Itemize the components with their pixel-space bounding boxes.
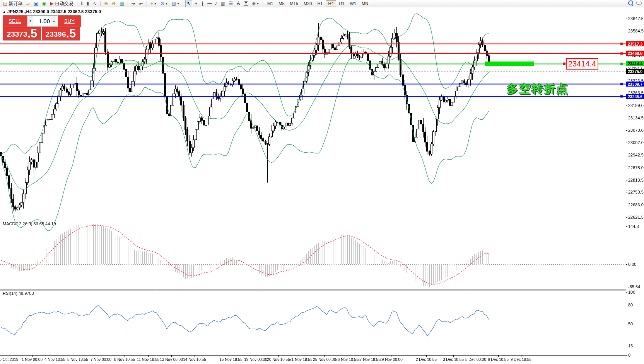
- vertical-line-icon: ∣: [201, 0, 203, 7]
- autotrading-icon: ▶: [50, 0, 53, 7]
- text-label-icon: T: [244, 1, 248, 6]
- price-callout-label[interactable]: 23414.4: [566, 58, 598, 70]
- candlestick-chart-icon: ▮: [87, 0, 89, 7]
- crosshair-button[interactable]: +: [193, 0, 199, 7]
- indicators-icon: +: [150, 0, 153, 7]
- buy-price[interactable]: 23396.5: [42, 27, 80, 40]
- timeframe-button-h1[interactable]: H1: [315, 0, 325, 7]
- auto-scroll-icon: ⇥: [132, 0, 135, 7]
- templates-button[interactable]: ▧▼: [170, 0, 181, 7]
- rsi-axis-tick: 0: [628, 353, 630, 357]
- time-axis-label: 19 Nov 00:00: [244, 357, 267, 362]
- chart-shift-button[interactable]: ⇤: [138, 0, 145, 7]
- timeframe-button-mn[interactable]: MN: [359, 0, 371, 7]
- vertical-line-button[interactable]: ∣: [200, 0, 205, 7]
- volume-input[interactable]: [33, 16, 51, 26]
- timeframe-button-w1[interactable]: W1: [348, 0, 359, 7]
- price-axis-tick: 22750.5: [628, 190, 644, 194]
- time-axis-label: 29 Nov 00:00: [379, 357, 403, 362]
- bar-chart-icon: ‖: [81, 0, 83, 7]
- text-icon: A: [237, 0, 240, 7]
- toolbar-separator: [128, 1, 128, 6]
- timeframe-button-m1[interactable]: M1: [265, 0, 275, 7]
- sell-button[interactable]: SELL: [3, 15, 27, 27]
- toolbar-right-icons: [628, 0, 642, 5]
- templates-icon: ▧: [172, 0, 176, 7]
- tile-windows-button[interactable]: ▦: [118, 0, 125, 7]
- time-axis-label: 20 Nov 10:55: [267, 357, 290, 362]
- new-order-button-label: 新订单: [9, 0, 22, 7]
- templates-button-dropdown-caret[interactable]: ▼: [177, 2, 179, 5]
- timeframe-button-h4[interactable]: H4: [326, 0, 336, 7]
- time-axis-label: 21 Nov 18:55: [289, 357, 313, 362]
- time-axis-label: 13 Nov 00:00: [160, 357, 183, 362]
- chart-history-button[interactable]: ▱: [25, 0, 31, 7]
- trade-panel-top-row: SELL ▼ ▲ BUY: [3, 15, 80, 27]
- arrows-button-dropdown-caret[interactable]: ▼: [256, 2, 259, 5]
- arrows-icon: ◈: [252, 0, 256, 7]
- tile-windows-icon: ▦: [120, 0, 124, 7]
- horizontal-line-button[interactable]: —: [206, 0, 214, 7]
- trendline-button[interactable]: ∕: [214, 0, 218, 7]
- periods-icon: ⊙: [161, 0, 164, 7]
- price-axis-badge: 23414.4: [626, 61, 644, 66]
- fibonacci-icon: ☰: [229, 0, 233, 7]
- text-button[interactable]: A: [235, 0, 241, 7]
- toolbar-separator: [263, 1, 263, 6]
- zoom-in-button[interactable]: ⊕: [102, 0, 109, 7]
- time-axis-label: 27 Nov 18:55: [357, 357, 381, 362]
- time-axis-label: 8 Nov 10:55: [114, 357, 135, 362]
- price-axis-tick: 23070.0: [628, 128, 644, 133]
- market-watch-button[interactable]: ▣: [32, 0, 40, 7]
- price-axis-tick: 22942.5: [628, 153, 644, 157]
- arrows-button[interactable]: ◈▼: [251, 0, 261, 7]
- line-chart-button[interactable]: ∿: [91, 0, 98, 7]
- indicators-button-dropdown-caret[interactable]: ▼: [154, 2, 157, 5]
- timeframe-button-m30[interactable]: M30: [301, 0, 314, 7]
- candlestick-chart-button[interactable]: ▮: [85, 0, 91, 7]
- zoom-in-icon: ⊕: [104, 0, 108, 7]
- collapse-triangle-icon[interactable]: ▲: [3, 10, 6, 14]
- signals-icon: ◉: [42, 0, 46, 7]
- time-axis-label: 2 Dec 10:55: [416, 357, 437, 362]
- timeframe-button-m15[interactable]: M15: [288, 0, 301, 7]
- rsi-indicator-label: RSI(14) 49.9783: [3, 291, 34, 296]
- time-axis-label: 3 Dec 18:55: [443, 357, 464, 362]
- rsi-axis-tick: 100: [628, 290, 635, 294]
- new-order-button[interactable]: ▤新订单: [2, 0, 24, 7]
- price-axis-badge: 23375.0: [626, 69, 644, 74]
- fibonacci-button[interactable]: ☰: [227, 0, 235, 7]
- buy-price-frac: .5: [66, 28, 76, 39]
- time-axis-label: 5 Nov 18:55: [67, 357, 88, 362]
- time-axis-label: 26 Nov 10:55: [335, 357, 359, 362]
- search-icon[interactable]: [628, 0, 633, 5]
- price-axis-tick: 23199.0: [628, 103, 644, 108]
- zoom-out-button[interactable]: ⊖: [110, 0, 117, 7]
- sell-price-main: 23373: [7, 29, 27, 39]
- volume-decrease-button[interactable]: ▼: [27, 16, 33, 26]
- time-axis-label: 14 Nov 10:55: [183, 357, 206, 362]
- periods-button-dropdown-caret[interactable]: ▼: [165, 2, 168, 5]
- autotrading-button-label: 自动交易: [55, 0, 73, 7]
- equidistant-channel-button[interactable]: ▨: [219, 0, 226, 7]
- sell-price[interactable]: 23373.5: [3, 27, 41, 40]
- volume-increase-button[interactable]: ▲: [51, 16, 57, 26]
- price-chart-canvas[interactable]: [0, 0, 644, 364]
- price-axis-badge: 23468.8: [626, 51, 644, 56]
- time-axis-label: 7 Nov 00:00: [91, 357, 111, 362]
- text-label-button[interactable]: T: [242, 0, 250, 7]
- bar-chart-button[interactable]: ‖: [79, 0, 84, 7]
- turning-point-annotation[interactable]: 多空转折点: [507, 81, 569, 97]
- price-axis-badge: 23245.6: [626, 94, 644, 99]
- autotrading-button[interactable]: ▶自动交易: [48, 0, 75, 7]
- timeframe-button-d1[interactable]: D1: [337, 0, 347, 7]
- auto-scroll-button[interactable]: ⇥: [130, 0, 137, 7]
- signals-button[interactable]: ◉: [41, 0, 48, 7]
- chat-icon[interactable]: [636, 1, 642, 5]
- timeframe-button-m5[interactable]: M5: [276, 0, 287, 7]
- cursor-button[interactable]: ↖: [185, 0, 192, 7]
- buy-button[interactable]: BUY: [58, 15, 81, 27]
- periods-button[interactable]: ⊙▼: [159, 0, 169, 7]
- price-axis-tick: 23647.5: [628, 16, 644, 21]
- indicators-button[interactable]: +▼: [149, 0, 158, 7]
